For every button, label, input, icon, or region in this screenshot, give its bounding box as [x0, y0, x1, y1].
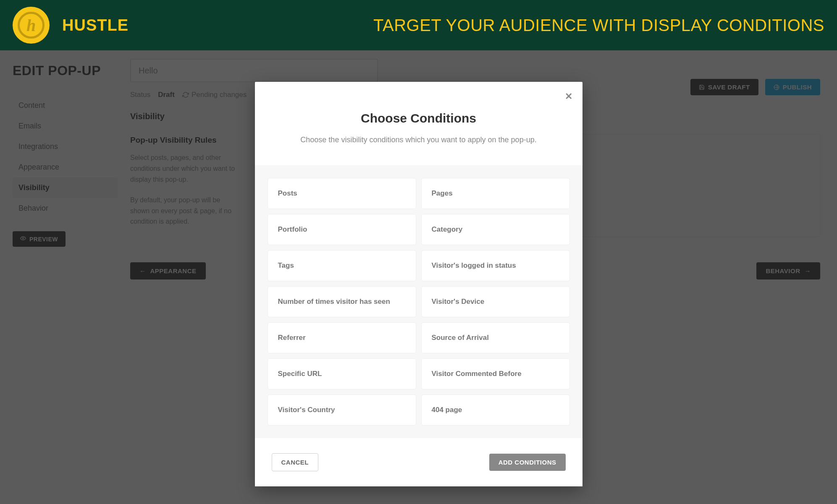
condition-url[interactable]: Specific URL — [268, 358, 416, 389]
top-banner: h HUSTLE TARGET YOUR AUDIENCE WITH DISPL… — [0, 0, 837, 50]
condition-tags[interactable]: Tags — [268, 250, 416, 281]
condition-category[interactable]: Category — [421, 214, 570, 245]
condition-portfolio[interactable]: Portfolio — [268, 214, 416, 245]
condition-commented[interactable]: Visitor Commented Before — [421, 358, 570, 389]
close-icon: ✕ — [565, 91, 572, 102]
condition-device[interactable]: Visitor's Device — [421, 286, 570, 317]
banner-left: h HUSTLE — [13, 7, 129, 44]
condition-logged-in[interactable]: Visitor's logged in status — [421, 250, 570, 281]
condition-pages[interactable]: Pages — [421, 178, 570, 209]
brand-logo: h — [13, 7, 50, 44]
choose-conditions-modal: ✕ Choose Conditions Choose the visibilit… — [255, 82, 582, 486]
brand-name: HUSTLE — [62, 16, 129, 34]
condition-times-seen[interactable]: Number of times visitor has seen — [268, 286, 416, 317]
conditions-grid: Posts Pages Portfolio Category Tags Visi… — [255, 165, 582, 438]
condition-posts[interactable]: Posts — [268, 178, 416, 209]
modal-header: Choose Conditions Choose the visibility … — [255, 82, 582, 165]
condition-404[interactable]: 404 page — [421, 394, 570, 426]
cancel-button[interactable]: CANCEL — [272, 453, 319, 471]
condition-country[interactable]: Visitor's Country — [268, 394, 416, 426]
add-conditions-button[interactable]: ADD CONDITIONS — [489, 454, 566, 471]
modal-title: Choose Conditions — [272, 111, 566, 125]
condition-referrer[interactable]: Referrer — [268, 322, 416, 353]
modal-close-button[interactable]: ✕ — [565, 91, 572, 102]
condition-source[interactable]: Source of Arrival — [421, 322, 570, 353]
brand-logo-letter: h — [18, 12, 45, 39]
modal-footer: CANCEL ADD CONDITIONS — [255, 438, 582, 486]
banner-tagline: TARGET YOUR AUDIENCE WITH DISPLAY CONDIT… — [373, 16, 824, 35]
modal-subtitle: Choose the visibility conditions which y… — [272, 136, 566, 144]
